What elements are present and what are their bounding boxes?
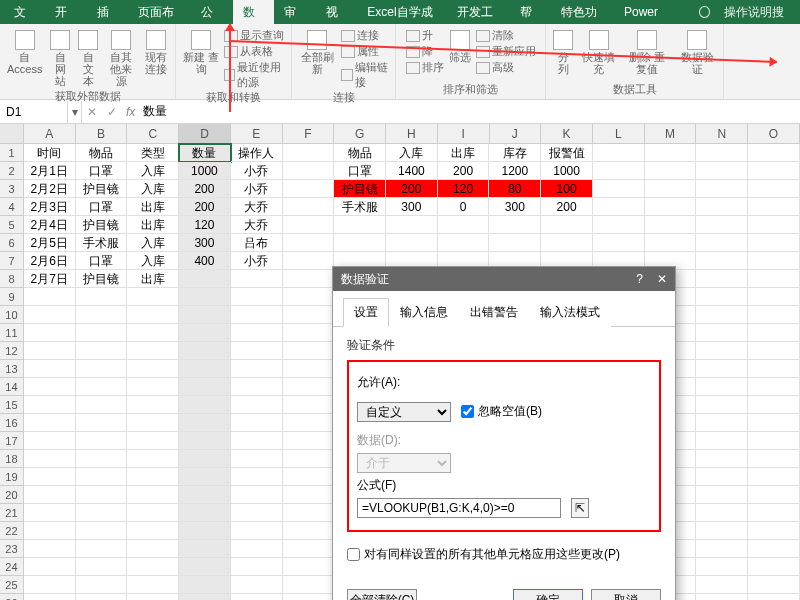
- cell[interactable]: [748, 558, 800, 576]
- cell[interactable]: [386, 216, 438, 234]
- cell[interactable]: [748, 162, 800, 180]
- row-header[interactable]: 3: [0, 180, 24, 198]
- cell[interactable]: [24, 558, 76, 576]
- row-header[interactable]: 9: [0, 288, 24, 306]
- cell[interactable]: [696, 234, 748, 252]
- cell[interactable]: 1000: [541, 162, 593, 180]
- filter-button[interactable]: 筛选: [446, 28, 474, 65]
- cell[interactable]: 物品: [76, 144, 128, 162]
- cell[interactable]: [127, 378, 179, 396]
- cell[interactable]: [24, 342, 76, 360]
- cell[interactable]: [386, 234, 438, 252]
- cell[interactable]: [283, 144, 335, 162]
- dialog-tab[interactable]: 设置: [343, 298, 389, 327]
- cell[interactable]: [179, 594, 231, 600]
- row-header[interactable]: 7: [0, 252, 24, 270]
- cell[interactable]: 口罩: [76, 252, 128, 270]
- cell[interactable]: [696, 288, 748, 306]
- cell[interactable]: [283, 252, 335, 270]
- row-header[interactable]: 21: [0, 504, 24, 522]
- col-header-E[interactable]: E: [231, 124, 283, 143]
- refresh-all-button[interactable]: 全部刷新: [296, 28, 339, 77]
- cell[interactable]: 300: [179, 234, 231, 252]
- cell[interactable]: [76, 414, 128, 432]
- cell[interactable]: [696, 252, 748, 270]
- cell[interactable]: [283, 234, 335, 252]
- ribbon-item[interactable]: 清除: [476, 28, 536, 43]
- cell[interactable]: [283, 432, 335, 450]
- cell[interactable]: [283, 342, 335, 360]
- cell[interactable]: [438, 234, 490, 252]
- col-header-B[interactable]: B: [76, 124, 128, 143]
- cell[interactable]: 口罩: [334, 162, 386, 180]
- cell[interactable]: [24, 576, 76, 594]
- cell[interactable]: [231, 576, 283, 594]
- ribbon-item[interactable]: 数据验 证: [675, 28, 719, 77]
- cell[interactable]: [127, 432, 179, 450]
- cell[interactable]: [179, 468, 231, 486]
- cell[interactable]: [231, 540, 283, 558]
- ribbon-item[interactable]: 自 Access: [4, 28, 45, 77]
- cell[interactable]: [127, 306, 179, 324]
- cell[interactable]: [645, 198, 697, 216]
- clear-all-button[interactable]: 全部清除(C): [347, 589, 417, 600]
- cell[interactable]: 2月1日: [24, 162, 76, 180]
- cell[interactable]: 手术服: [334, 198, 386, 216]
- cell[interactable]: [179, 522, 231, 540]
- cell[interactable]: [593, 180, 645, 198]
- cell[interactable]: [179, 378, 231, 396]
- cell[interactable]: [696, 144, 748, 162]
- cell[interactable]: [645, 180, 697, 198]
- cell[interactable]: 大乔: [231, 216, 283, 234]
- cell[interactable]: 护目镜: [334, 180, 386, 198]
- cell[interactable]: 400: [179, 252, 231, 270]
- cell[interactable]: [696, 396, 748, 414]
- dialog-tab[interactable]: 出错警告: [459, 298, 529, 327]
- cell[interactable]: [438, 216, 490, 234]
- cell[interactable]: [76, 432, 128, 450]
- cell[interactable]: 小乔: [231, 180, 283, 198]
- col-header-K[interactable]: K: [541, 124, 593, 143]
- ribbon-tab-9[interactable]: 开发工具: [447, 0, 510, 24]
- cell[interactable]: [283, 576, 335, 594]
- cell[interactable]: [283, 558, 335, 576]
- cell[interactable]: [231, 396, 283, 414]
- ribbon-item[interactable]: 编辑链接: [341, 60, 391, 90]
- cell[interactable]: [696, 486, 748, 504]
- ribbon-item[interactable]: 自文本: [75, 28, 101, 89]
- cell[interactable]: [24, 432, 76, 450]
- cell[interactable]: [748, 342, 800, 360]
- ribbon-item[interactable]: 删除 重复值: [621, 28, 673, 77]
- cell[interactable]: [748, 144, 800, 162]
- ribbon-item[interactable]: 自网站: [47, 28, 73, 89]
- ribbon-item[interactable]: 分列: [550, 28, 576, 77]
- ok-button[interactable]: 确定: [513, 589, 583, 600]
- cell[interactable]: [179, 414, 231, 432]
- cell[interactable]: [24, 486, 76, 504]
- cell[interactable]: [231, 378, 283, 396]
- cell[interactable]: [489, 234, 541, 252]
- cell[interactable]: [748, 288, 800, 306]
- cell[interactable]: [696, 198, 748, 216]
- ribbon-item[interactable]: 升: [406, 28, 444, 43]
- cell[interactable]: 库存: [489, 144, 541, 162]
- cell[interactable]: [76, 558, 128, 576]
- ribbon-item[interactable]: 连接: [341, 28, 391, 43]
- cell[interactable]: 300: [489, 198, 541, 216]
- row-header[interactable]: 13: [0, 360, 24, 378]
- cell[interactable]: [748, 216, 800, 234]
- ribbon-item[interactable]: 快速填充: [578, 28, 619, 77]
- cell[interactable]: [645, 234, 697, 252]
- cell[interactable]: [748, 504, 800, 522]
- row-header[interactable]: 8: [0, 270, 24, 288]
- row-header[interactable]: 2: [0, 162, 24, 180]
- col-header-D[interactable]: D: [179, 124, 231, 143]
- cell[interactable]: [76, 378, 128, 396]
- cell[interactable]: [696, 540, 748, 558]
- cell[interactable]: [127, 504, 179, 522]
- cell[interactable]: [127, 324, 179, 342]
- row-header[interactable]: 25: [0, 576, 24, 594]
- col-header-M[interactable]: M: [645, 124, 697, 143]
- cell[interactable]: [645, 144, 697, 162]
- cell[interactable]: 80: [489, 180, 541, 198]
